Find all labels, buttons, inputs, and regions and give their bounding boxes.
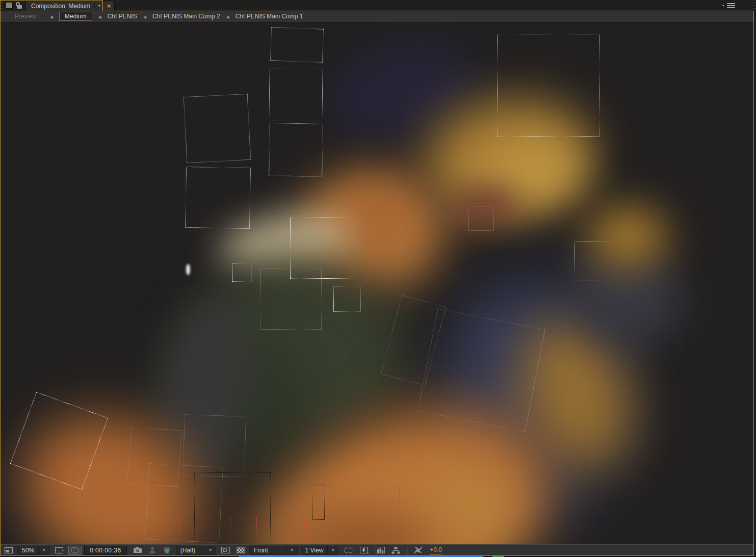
panel-color-swatch-icon — [6, 2, 13, 9]
transparency-grid-icon[interactable] — [234, 546, 247, 555]
breadcrumb-item[interactable]: Chf PENIS Main Comp 1 — [236, 13, 303, 20]
breadcrumb-item[interactable]: Chf PENIS — [108, 13, 137, 20]
grid-guides-options-icon[interactable] — [53, 546, 66, 555]
rgb-channels-icon[interactable] — [161, 546, 173, 555]
layer-outline — [232, 263, 251, 282]
layer-outline — [575, 242, 613, 280]
breadcrumb-item[interactable]: Chf PENIS Main Comp 2 — [152, 13, 220, 20]
chevron-down-icon: ▼ — [327, 546, 338, 554]
composition-navigator: Preview ◀Medium◀Chf PENIS◀Chf PENIS Main… — [1, 11, 753, 22]
layer-outline — [269, 68, 323, 120]
composition-tab-label: Composition: Medium — [29, 3, 94, 10]
breadcrumb-item[interactable]: Medium — [59, 12, 92, 21]
tab-close-icon[interactable]: × — [107, 4, 111, 9]
fast-previews-icon[interactable] — [358, 546, 371, 555]
timeline-icon[interactable] — [374, 546, 387, 555]
always-preview-view-icon[interactable] — [3, 546, 15, 555]
active-panel-border — [0, 555, 754, 556]
reset-exposure-icon[interactable] — [411, 546, 425, 555]
unlock-icon[interactable] — [16, 2, 22, 9]
layer-outline — [333, 286, 360, 312]
layer-outline — [497, 35, 600, 137]
layer-outline — [183, 414, 246, 478]
layer-outline — [185, 167, 251, 229]
toolbar-divider — [407, 546, 407, 554]
panel-gripper-right-icon[interactable] — [753, 0, 756, 11]
chevron-down-icon: ▼ — [205, 546, 216, 554]
exposure-value[interactable]: +0.0 — [430, 546, 442, 554]
snapshot-camera-icon[interactable] — [131, 546, 144, 555]
breadcrumb-arrow-icon: ◀ — [143, 15, 146, 19]
comp-flowchart-icon[interactable] — [389, 546, 402, 555]
panel-menu-button[interactable]: ▾ — [722, 3, 736, 9]
chevron-down-icon: ▼ — [286, 546, 297, 554]
breadcrumb-preview: Preview — [15, 13, 37, 20]
view-layout-select[interactable]: 1 View ▼ — [301, 546, 339, 555]
magnification-value: 50% — [18, 547, 38, 554]
breadcrumb-arrow-icon: ◀ — [226, 15, 229, 19]
resolution-select[interactable]: (Half) ▼ — [176, 546, 216, 555]
view-layout-value: 1 View — [301, 547, 328, 554]
3d-view-value: Front — [250, 547, 286, 554]
pixel-aspect-correction-icon[interactable] — [342, 546, 355, 555]
viewport-canvas[interactable] — [1, 22, 753, 544]
layer-outline — [260, 269, 322, 330]
show-snapshot-person-icon[interactable] — [147, 546, 158, 555]
current-time-field[interactable]: 0:00:00:36 — [84, 546, 127, 555]
layer-outline — [312, 485, 325, 520]
breadcrumb-arrow-icon: ◀ — [50, 15, 53, 19]
active-panel-border — [0, 0, 1, 556]
active-panel-border — [102, 0, 103, 11]
mask-visibility-toggle-icon[interactable] — [68, 546, 82, 555]
composition-toolbar: 50% ▼ 0:00:00:36 (Half) ▼ Front ▼ 1 View… — [1, 544, 753, 555]
layer-outline — [270, 27, 324, 63]
region-of-interest-icon[interactable] — [219, 546, 232, 555]
layer-outline — [184, 94, 251, 163]
layer-outline — [269, 123, 323, 177]
magnification-select[interactable]: 50% ▼ — [17, 546, 49, 555]
composition-tab[interactable]: Composition: Medium ▼ × — [25, 1, 115, 11]
active-panel-border — [753, 11, 754, 556]
chevron-down-icon: ▼ — [38, 546, 49, 554]
panel-tab-strip: Composition: Medium ▼ × ▾ — [0, 0, 756, 11]
layer-outline — [359, 486, 400, 527]
active-panel-border — [0, 0, 102, 1]
resolution-value: (Half) — [176, 547, 205, 554]
timecode-value: 0:00:00:36 — [90, 547, 121, 554]
layer-outline — [468, 206, 494, 231]
3d-view-select[interactable]: Front ▼ — [249, 546, 298, 555]
artwork-color-blob — [186, 264, 190, 275]
active-panel-border — [102, 11, 753, 11]
breadcrumb-arrow-icon: ◀ — [98, 15, 101, 19]
breadcrumb: ◀Medium◀Chf PENIS◀Chf PENIS Main Comp 2◀… — [44, 13, 303, 20]
layer-outline — [230, 517, 257, 544]
panel-menu-icon — [727, 3, 735, 8]
